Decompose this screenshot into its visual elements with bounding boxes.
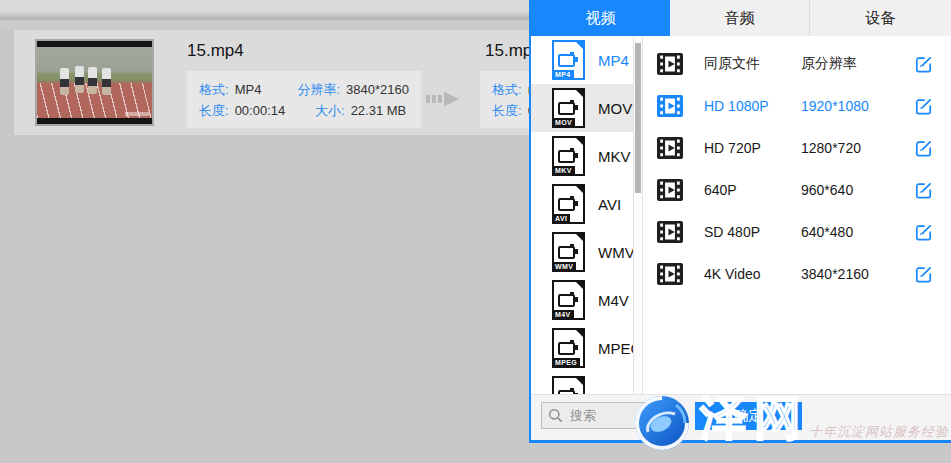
format-item-mov[interactable]: MOV MOV	[531, 84, 633, 132]
filmstrip-icon	[657, 179, 683, 201]
confirm-button[interactable]: 确定	[695, 402, 802, 430]
m4v-file-icon: M4V	[552, 280, 585, 320]
search-icon	[548, 408, 563, 423]
filmstrip-icon	[657, 263, 683, 285]
clipped-file-icon	[552, 376, 585, 394]
resolution-value: 3840*2160	[346, 82, 409, 97]
duration-label: 长度:	[199, 103, 229, 118]
format-item-mp4[interactable]: MP4 MP4	[531, 36, 633, 84]
edit-profile-icon[interactable]	[913, 222, 934, 243]
tab-device[interactable]: 设备	[810, 0, 951, 36]
profile-row-original[interactable]: 同原文件 原分辨率	[643, 43, 951, 85]
filmstrip-icon	[657, 95, 683, 117]
person-figure	[60, 68, 69, 95]
source-file-info: 格式:MP4 分辨率:3840*2160 长度:00:00:14 大小:22.3…	[187, 71, 421, 128]
format-item-mkv[interactable]: MKV MKV	[531, 132, 633, 180]
convert-direction-arrow-icon	[426, 90, 460, 112]
wmv-file-icon: WMV	[552, 232, 585, 272]
mp4-file-icon: MP4	[552, 40, 585, 80]
format-list: MP4 MP4 MOV MOV MKV MKV AVI AVI WMV WM	[531, 36, 633, 394]
source-file-title: 15.mp4	[187, 41, 244, 61]
tab-audio[interactable]: 音频	[670, 0, 810, 36]
edit-profile-icon[interactable]	[913, 180, 934, 201]
format-label: 格式:	[199, 82, 229, 97]
format-item-avi[interactable]: AVI AVI	[531, 180, 633, 228]
avi-file-icon: AVI	[552, 184, 585, 224]
popup-tab-bar: 视频 音频 设备	[531, 0, 951, 36]
app-window: 15.mp4 格式:MP4 分辨率:3840*2160 长度:00:00:14 …	[0, 0, 951, 463]
person-figure	[102, 68, 111, 95]
mpeg-file-icon: MPEG	[552, 328, 585, 368]
resolution-label: 分辨率:	[297, 82, 340, 97]
profile-row-sd480p[interactable]: SD 480P 640*480	[643, 211, 951, 253]
profile-row-4k[interactable]: 4K Video 3840*2160	[643, 253, 951, 295]
size-value: 22.31 MB	[351, 103, 407, 118]
edit-profile-icon[interactable]	[913, 54, 934, 75]
duration-value: 00:00:14	[235, 103, 286, 118]
duration-label: 长度:	[492, 103, 522, 118]
filmstrip-icon	[657, 137, 683, 159]
output-format-popup: 视频 音频 设备 MP4 MP4 MOV MOV MKV MKV AVI	[529, 0, 951, 443]
tab-video[interactable]: 视频	[531, 0, 670, 36]
thumbnail-watermark	[125, 112, 149, 116]
profile-list: 同原文件 原分辨率 HD 1080P 1920*1080 HD 720P 128…	[643, 36, 951, 394]
filmstrip-icon	[657, 221, 683, 243]
search-box[interactable]	[541, 402, 672, 429]
filmstrip-icon	[657, 53, 683, 75]
format-value: MP4	[235, 82, 262, 97]
person-figure	[88, 67, 97, 94]
popup-footer: 确定	[531, 394, 951, 440]
scrollbar-thumb[interactable]	[635, 43, 641, 193]
format-label: 格式:	[492, 82, 522, 97]
edit-profile-icon[interactable]	[913, 96, 934, 117]
search-input[interactable]	[568, 407, 667, 424]
mov-file-icon: MOV	[552, 88, 585, 128]
format-item-wmv[interactable]: WMV WMV	[531, 228, 633, 276]
video-thumbnail	[35, 39, 154, 126]
mkv-file-icon: MKV	[552, 136, 585, 176]
format-item-clipped[interactable]	[531, 372, 633, 394]
format-item-m4v[interactable]: M4V M4V	[531, 276, 633, 324]
person-figure	[75, 66, 84, 93]
edit-profile-icon[interactable]	[913, 138, 934, 159]
format-item-mpeg[interactable]: MPEG MPEG	[531, 324, 633, 372]
video-preview-frame	[37, 47, 152, 118]
profile-row-640p[interactable]: 640P 960*640	[643, 169, 951, 211]
format-list-scrollbar[interactable]	[633, 36, 643, 394]
profile-row-hd720p[interactable]: HD 720P 1280*720	[643, 127, 951, 169]
profile-row-hd1080p[interactable]: HD 1080P 1920*1080	[643, 85, 951, 127]
size-label: 大小:	[315, 103, 345, 118]
edit-profile-icon[interactable]	[913, 264, 934, 285]
